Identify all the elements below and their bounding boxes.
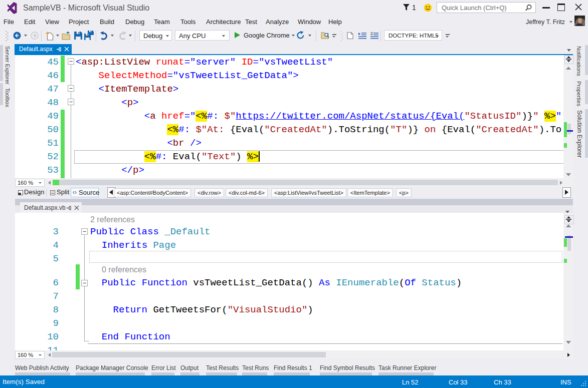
svg-text:2: 2 xyxy=(370,32,373,36)
